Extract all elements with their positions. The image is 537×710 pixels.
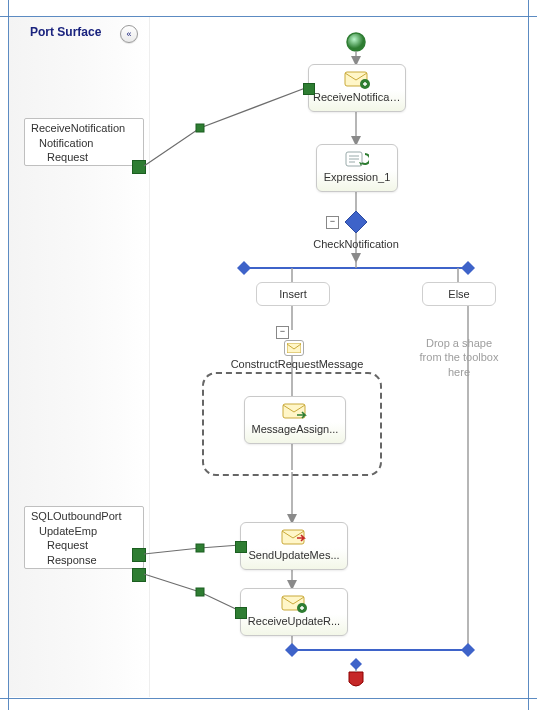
port-connector[interactable] xyxy=(132,568,146,582)
shape-message-assignment[interactable]: MessageAssign... xyxy=(244,396,346,444)
shape-label: Expression_1 xyxy=(317,171,397,187)
shape-label: ReceiveNotificati... xyxy=(309,91,405,107)
else-placeholder: Drop a shape from the toolbox here xyxy=(414,336,504,379)
port-name: SQLOutboundPort xyxy=(25,507,143,524)
construct-icon xyxy=(284,340,304,356)
construct-label: ConstructRequestMessage xyxy=(222,358,372,370)
shape-connector[interactable] xyxy=(235,607,247,619)
branch-label: Else xyxy=(448,288,469,300)
port-surface-title: Port Surface xyxy=(30,25,101,39)
svg-rect-19 xyxy=(196,544,204,552)
shape-connector[interactable] xyxy=(303,83,315,95)
port-message: Response xyxy=(25,553,143,568)
port-connector[interactable] xyxy=(132,548,146,562)
svg-rect-26 xyxy=(282,530,304,544)
branch-label: Insert xyxy=(279,288,307,300)
port-name: ReceiveNotification xyxy=(25,119,143,136)
svg-rect-20 xyxy=(196,588,204,596)
shape-send-update[interactable]: SendUpdateMes... xyxy=(240,522,348,570)
port-receive-notification[interactable]: ReceiveNotification Notification Request xyxy=(24,118,144,166)
port-connector[interactable] xyxy=(132,160,146,174)
decision-label: CheckNotification xyxy=(306,238,406,250)
shape-expression[interactable]: Expression_1 xyxy=(316,144,398,192)
guide-right xyxy=(528,0,529,710)
guide-bottom xyxy=(0,698,537,699)
branch-else[interactable]: Else xyxy=(422,282,496,306)
svg-point-0 xyxy=(347,33,365,51)
expression-icon xyxy=(317,151,397,169)
shape-label: SendUpdateMes... xyxy=(241,549,347,565)
port-operation: UpdateEmp xyxy=(25,524,143,538)
port-surface-collapse-button[interactable]: « xyxy=(120,25,138,43)
decision-toggle[interactable]: − xyxy=(326,216,339,229)
branch-insert[interactable]: Insert xyxy=(256,282,330,306)
svg-rect-24 xyxy=(287,343,301,353)
shape-label: MessageAssign... xyxy=(245,423,345,439)
receive-icon xyxy=(241,595,347,613)
svg-rect-18 xyxy=(196,124,204,132)
receive-icon xyxy=(309,71,405,89)
svg-rect-25 xyxy=(283,404,305,418)
port-message: Request xyxy=(25,538,143,553)
construct-toggle[interactable]: − xyxy=(276,326,289,339)
shape-connector[interactable] xyxy=(235,541,247,553)
orchestration-canvas: Port Surface « ReceiveNotification Notif… xyxy=(0,0,537,710)
port-operation: Notification xyxy=(25,136,143,150)
send-icon xyxy=(241,529,347,547)
shape-receive-notification[interactable]: ReceiveNotificati... xyxy=(308,64,406,112)
shape-label: ReceiveUpdateR... xyxy=(241,615,347,631)
chevron-left-icon: « xyxy=(126,29,131,39)
port-message: Request xyxy=(25,150,143,165)
port-sql-outbound[interactable]: SQLOutboundPort UpdateEmp Request Respon… xyxy=(24,506,144,569)
message-assign-icon xyxy=(245,403,345,421)
shape-receive-update[interactable]: ReceiveUpdateR... xyxy=(240,588,348,636)
